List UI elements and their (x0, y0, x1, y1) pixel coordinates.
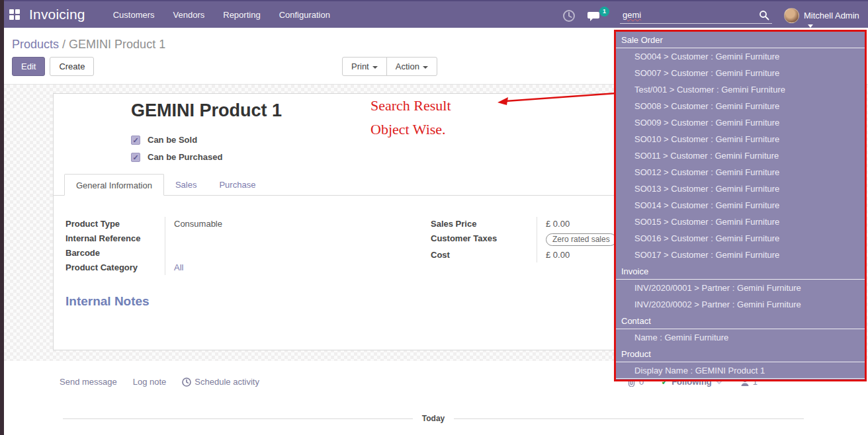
search-result-item[interactable]: SO013 > Customer : Gemini Furniture (616, 180, 865, 197)
search-result-item[interactable]: SO017 > Customer : Gemini Furniture (616, 247, 865, 263)
nav-menu: Customers Vendors Reporting Configuratio… (113, 10, 330, 20)
search-result-item[interactable]: SO015 > Customer : Gemini Furniture (616, 214, 865, 230)
can-be-sold-checkbox[interactable]: ✓ (131, 136, 140, 145)
user-menu[interactable]: Mitchell Admin (804, 11, 868, 30)
app-name[interactable]: Invoicing (29, 7, 85, 22)
search-result-item[interactable]: SO012 > Customer : Gemini Furniture (616, 164, 865, 180)
field-cost: Cost £ 0.00 (431, 248, 629, 262)
search-result-item[interactable]: SO007 > Customer : Gemini Furniture (616, 65, 865, 81)
today-label: Today (422, 414, 445, 423)
tab-sales[interactable]: Sales (164, 174, 208, 195)
can-be-purchased-row: ✓ Can be Purchased (131, 152, 222, 162)
field-barcode: Barcode (65, 246, 350, 260)
nav-menu-configuration[interactable]: Configuration (279, 10, 330, 20)
window-edge-strip (0, 0, 4, 435)
search-group-header: Invoice (616, 263, 865, 280)
search-result-item[interactable]: INV/2020/0001 > Partner : Gemini Furnitu… (616, 280, 865, 296)
navbar-right: 1 gemi Mitchell Admin (557, 3, 868, 29)
log-note-link[interactable]: Log note (133, 377, 167, 387)
field-customer-taxes: Customer Taxes Zero rated sales (431, 231, 629, 248)
search-result-item[interactable]: Display Name : GEMINI Product 1 (616, 362, 865, 379)
field-value (165, 246, 350, 260)
can-be-sold-row: ✓ Can be Sold (131, 135, 197, 145)
search-result-item[interactable]: Name : Gemini Furniture (616, 329, 865, 346)
breadcrumb-separator: / (62, 38, 65, 51)
create-button[interactable]: Create (50, 57, 94, 76)
today-divider: Today (63, 414, 804, 423)
edit-button[interactable]: Edit (12, 57, 45, 76)
product-title: GEMINI Product 1 (131, 100, 282, 121)
user-name-label: Mitchell Admin (804, 11, 859, 20)
user-avatar[interactable] (784, 8, 799, 23)
chevron-down-icon (423, 66, 428, 69)
field-internal-reference: Internal Reference (65, 231, 350, 246)
fields-left-column: Product Type Consumable Internal Referen… (65, 217, 350, 275)
can-be-purchased-label: Can be Purchased (148, 152, 222, 162)
field-label: Product Type (65, 217, 165, 231)
field-value: Consumable (165, 217, 350, 231)
search-group-header: Contact (616, 313, 865, 329)
search-results-dropdown: Sale Order SO004 > Customer : Gemini Fur… (614, 30, 867, 381)
print-button[interactable]: Print (342, 57, 387, 76)
field-product-type: Product Type Consumable (65, 217, 350, 231)
breadcrumb: Products / GEMINI Product 1 (12, 38, 165, 52)
fields-right-column: Sales Price £ 0.00 Customer Taxes Zero r… (431, 217, 629, 262)
search-result-item[interactable]: SO008 > Customer : Gemini Furniture (616, 98, 865, 114)
search-result-item[interactable]: SO014 > Customer : Gemini Furniture (616, 197, 865, 214)
search-group-header: Sale Order (616, 32, 865, 48)
search-result-item[interactable]: SO004 > Customer : Gemini Furniture (616, 48, 865, 65)
search-query-text: gemi (623, 10, 641, 20)
can-be-sold-label: Can be Sold (148, 135, 197, 145)
annotation-line-2: Object Wise. (370, 121, 446, 138)
search-result-item[interactable]: SO016 > Customer : Gemini Furniture (616, 230, 865, 247)
nav-menu-customers[interactable]: Customers (113, 10, 155, 20)
schedule-activity-link[interactable]: Schedule activity (182, 377, 259, 387)
field-product-category: Product Category All (65, 260, 350, 275)
can-be-purchased-checkbox[interactable]: ✓ (131, 153, 140, 162)
tax-tag: Zero rated sales (546, 233, 617, 246)
print-label: Print (351, 61, 369, 71)
field-label: Sales Price (431, 217, 537, 231)
search-result-item[interactable]: SO011 > Customer : Gemini Furniture (616, 147, 865, 164)
search-group-invoice: Invoice INV/2020/0001 > Partner : Gemini… (616, 263, 865, 313)
apps-grid-icon[interactable] (9, 9, 20, 20)
clock-icon (182, 377, 191, 387)
search-icon[interactable] (759, 10, 769, 20)
message-count-badge: 1 (599, 7, 609, 17)
search-group-header: Product (616, 346, 865, 362)
field-label: Customer Taxes (431, 231, 537, 248)
top-navbar: Invoicing Customers Vendors Reporting Co… (0, 0, 868, 28)
action-label: Action (396, 61, 419, 71)
field-value (165, 231, 350, 246)
activity-clock-icon[interactable] (562, 9, 576, 22)
search-result-item[interactable]: SO009 > Customer : Gemini Furniture (616, 114, 865, 131)
search-input[interactable]: gemi (620, 7, 772, 24)
tab-general-information[interactable]: General Information (64, 174, 164, 196)
breadcrumb-products-link[interactable]: Products (12, 38, 59, 51)
chevron-down-icon (372, 66, 378, 69)
search-result-item[interactable]: INV/2020/0002 > Partner : Gemini Furnitu… (616, 296, 865, 313)
nav-menu-reporting[interactable]: Reporting (223, 10, 260, 20)
breadcrumb-current: GEMINI Product 1 (69, 38, 165, 51)
field-label: Cost (431, 248, 537, 262)
tab-purchase[interactable]: Purchase (208, 174, 267, 195)
search-group-contact: Contact Name : Gemini Furniture (616, 313, 865, 346)
search-result-item[interactable]: Test/001 > Customer : Gemini Furniture (616, 81, 865, 98)
send-message-link[interactable]: Send message (60, 377, 117, 387)
annotation-arrow (496, 90, 619, 110)
product-category-link[interactable]: All (165, 260, 350, 275)
chevron-down-icon (808, 24, 813, 28)
action-button[interactable]: Action (386, 57, 437, 76)
annotation-line-1: Search Result (370, 97, 451, 114)
field-sales-price: Sales Price £ 0.00 (431, 217, 629, 231)
internal-notes-heading: Internal Notes (65, 294, 150, 309)
search-group-product: Product Display Name : GEMINI Product 1 (616, 346, 865, 379)
schedule-activity-label: Schedule activity (195, 377, 259, 387)
field-label: Barcode (65, 246, 165, 260)
nav-menu-vendors[interactable]: Vendors (173, 10, 205, 20)
field-label: Internal Reference (65, 231, 165, 246)
search-group-sale-order: Sale Order SO004 > Customer : Gemini Fur… (616, 32, 865, 263)
search-result-item[interactable]: SO010 > Customer : Gemini Furniture (616, 131, 865, 147)
field-label: Product Category (65, 260, 165, 275)
